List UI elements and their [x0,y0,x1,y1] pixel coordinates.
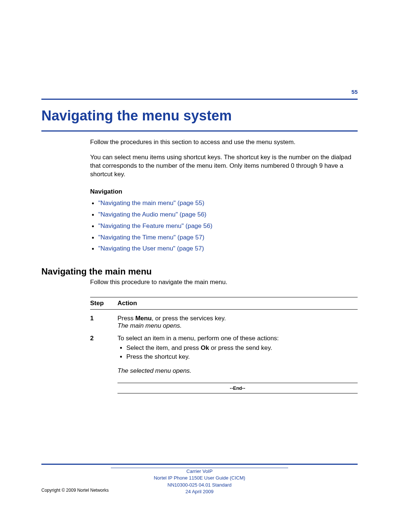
nav-link-user-menu[interactable]: "Navigating the User menu" (page 57) [98,245,204,252]
table-row: 2 To select an item in a menu, perform o… [90,335,358,375]
step-number: 2 [90,335,117,375]
procedure-table: Step Action 1 Press Menu, or press the s… [90,297,358,393]
top-rule [41,99,358,100]
footer-line-1: Carrier VoIP [41,468,358,475]
section-intro: Follow this procedure to navigate the ma… [90,279,227,286]
nav-link-feature-menu[interactable]: "Navigating the Feature menu" (page 56) [98,222,212,229]
nav-link-audio-menu[interactable]: "Navigating the Audio menu" (page 56) [98,211,207,218]
step-result: The main menu opens. [117,322,182,329]
chapter-title: Navigating the menu system [41,108,358,124]
footer-line-2: Nortel IP Phone 1150E User Guide (CICM) [41,475,358,481]
nav-link-time-menu[interactable]: "Navigating the Time menu" (page 57) [98,234,204,241]
title-underline-rule [41,130,358,132]
intro-paragraph-1: Follow the procedures in this section to… [90,138,358,147]
footer-rule [41,464,358,465]
intro-paragraph-2: You can select menu items using shortcut… [90,153,358,179]
nav-link-main-menu[interactable]: "Navigating the main menu" (page 55) [98,200,204,207]
navigation-label: Navigation [90,188,358,196]
step-action: Press Menu, or press the services key. T… [117,315,358,330]
navigation-list: "Navigating the main menu" (page 55) "Na… [90,198,358,253]
end-marker: --End-- [117,383,358,393]
section-heading: Navigating the main menu [41,266,358,277]
step-result: The selected menu opens. [117,367,358,375]
page-number: 55 [41,89,358,95]
step-number: 1 [90,315,117,330]
column-header-step: Step [90,300,117,307]
table-row: 1 Press Menu, or press the services key.… [90,315,358,330]
copyright-text: Copyright © 2009 Nortel Networks [41,488,109,493]
step-action: To select an item in a menu, perform one… [117,335,358,375]
column-header-action: Action [117,300,137,307]
